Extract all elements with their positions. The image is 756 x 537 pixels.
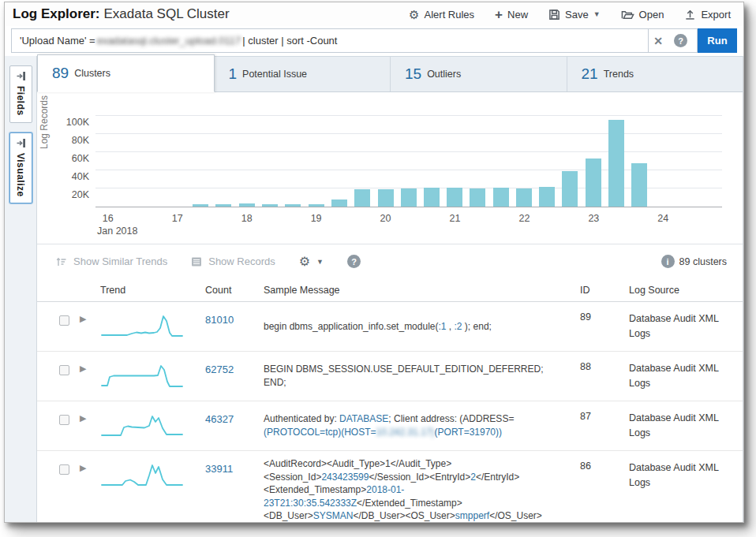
column-header-sample-message[interactable]: Sample Message [250, 278, 567, 296]
chart-bar[interactable] [401, 188, 417, 207]
gear-icon: ⚙ [409, 9, 419, 21]
row-id: 87 [567, 401, 613, 422]
expand-row-icon[interactable]: ▶ [80, 352, 100, 374]
chart-plot[interactable]: 20K40K60K80K100K16Jan 201817181920212223… [95, 103, 722, 207]
sample-message: Authenticated by: DATABASE; Client addre… [264, 412, 560, 438]
x-axis-tick: 17 [172, 213, 183, 224]
alert-rules-label: Alert Rules [425, 9, 475, 21]
log-source: Database Audit XML Logs [613, 451, 732, 490]
column-header-id[interactable]: ID [567, 278, 613, 296]
cluster-table-body: ▶ 81010 begin dbms_application_info.set_… [37, 302, 743, 522]
query-redacted-text: exadatasql.cluster_upload.0117 [97, 35, 241, 47]
log-source: Database Audit XML Logs [613, 401, 732, 441]
show-records-button[interactable]: Show Records [191, 255, 275, 267]
x-axis-tick: 19 [311, 213, 322, 224]
chart-bar[interactable] [493, 188, 509, 207]
query-bar: 'Upload Name' = exadatasql.cluster_uploa… [5, 26, 743, 56]
y-axis-tick: 60K [72, 153, 89, 164]
search-input[interactable]: 'Upload Name' = exadatasql.cluster_uploa… [11, 28, 649, 53]
chart-bar[interactable] [285, 204, 301, 207]
tab-potential-issue[interactable]: 1 Potential Issue [215, 56, 391, 91]
count-link[interactable]: 46327 [193, 401, 250, 425]
chart-bar[interactable] [424, 188, 440, 207]
tab-outliers-count: 15 [405, 65, 421, 83]
clusters-count-text: 89 clusters [679, 256, 727, 267]
export-button[interactable]: Export [684, 9, 731, 21]
fields-panel-tab[interactable]: Fields [9, 65, 32, 123]
column-header-log-source[interactable]: Log Source [613, 278, 732, 296]
expand-row-icon[interactable]: ▶ [80, 302, 100, 324]
chart-bar[interactable] [378, 189, 394, 207]
clear-query-icon[interactable]: ✕ [653, 35, 663, 47]
chart-bar[interactable] [516, 188, 532, 207]
log-explorer-window: Log Explorer:Exadata SQL Cluster ⚙ Alert… [4, 2, 744, 523]
cluster-toolbar: Show Similar Trends Show Records ⚙ ▼ ? i… [37, 244, 743, 278]
chart-bar[interactable] [239, 203, 255, 207]
chart-bar[interactable] [215, 204, 231, 207]
options-gear-button[interactable]: ⚙ ▼ [299, 255, 324, 268]
help-icon[interactable]: ? [674, 34, 687, 47]
header-expand-spacer [80, 278, 100, 285]
tab-trends-count: 21 [582, 65, 598, 83]
expand-row-icon[interactable]: ▶ [80, 451, 100, 473]
y-axis-tick: 100K [66, 117, 89, 128]
column-header-count[interactable]: Count [193, 278, 250, 296]
chart-bar[interactable] [331, 200, 347, 207]
count-link[interactable]: 62752 [193, 352, 250, 375]
row-id: 88 [567, 352, 613, 372]
column-header-trend[interactable]: Trend [100, 278, 193, 296]
tab-clusters[interactable]: 89 Clusters [37, 54, 215, 92]
row-checkbox-cell [48, 352, 80, 375]
trend-sparkline [100, 451, 193, 490]
chart-bar[interactable] [262, 204, 278, 207]
visualize-panel-tab[interactable]: Visualize [9, 132, 32, 204]
save-button[interactable]: Save ▼ [548, 9, 601, 21]
chart-bar[interactable] [631, 163, 647, 207]
tab-trends[interactable]: 21 Trends [567, 56, 743, 91]
tab-outliers[interactable]: 15 Outliers [391, 56, 567, 91]
chevron-down-icon[interactable]: ▼ [593, 10, 601, 18]
help-icon[interactable]: ? [347, 255, 361, 268]
table-row: ▶ 62752 BEGIN DBMS_SESSION.USE_DEFAULT_E… [37, 352, 743, 401]
top-header: Log Explorer:Exadata SQL Cluster ⚙ Alert… [5, 2, 743, 26]
chart-bar[interactable] [539, 187, 555, 207]
open-folder-icon [621, 9, 634, 21]
save-icon [548, 9, 560, 21]
chart-bar[interactable] [608, 120, 624, 207]
records-list-icon [191, 256, 202, 267]
row-checkbox[interactable] [59, 415, 69, 425]
alert-rules-button[interactable]: ⚙ Alert Rules [409, 9, 474, 21]
tab-clusters-count: 89 [52, 65, 69, 82]
side-panel-gutter: Fields Visualize [5, 56, 36, 522]
x-axis-tick: 22 [518, 213, 530, 224]
row-id: 86 [567, 451, 613, 472]
expand-row-icon[interactable]: ▶ [80, 401, 100, 423]
new-button[interactable]: + New [495, 8, 528, 21]
row-checkbox[interactable] [59, 365, 69, 375]
tab-potential-issue-count: 1 [229, 65, 238, 83]
log-source: Database Audit XML Logs [613, 302, 732, 341]
query-bar-icons: ✕ ? [649, 28, 698, 53]
chart-bar[interactable] [354, 189, 370, 207]
chart-bar[interactable] [309, 204, 324, 207]
count-link[interactable]: 81010 [193, 302, 250, 326]
chart-bar[interactable] [470, 188, 485, 207]
x-axis-tick: 16 [103, 213, 114, 224]
open-button[interactable]: Open [621, 9, 664, 21]
chart-bar[interactable] [586, 158, 601, 207]
sample-message: BEGIN DBMS_SESSION.USE_DEFAULT_EDITION_D… [264, 363, 560, 389]
show-similar-trends-button[interactable]: Show Similar Trends [56, 255, 167, 267]
expand-panel-icon [16, 138, 26, 148]
sample-message-cell: BEGIN DBMS_SESSION.USE_DEFAULT_EDITION_D… [250, 352, 567, 401]
chart-bar[interactable] [562, 171, 578, 207]
save-label: Save [565, 9, 589, 21]
x-axis-caption: Jan 2018 [97, 226, 137, 237]
table-row: ▶ 46327 Authenticated by: DATABASE; Clie… [37, 401, 743, 451]
chart-bar[interactable] [447, 188, 462, 207]
chart-bar[interactable] [193, 204, 208, 207]
run-button[interactable]: Run [698, 28, 737, 53]
row-checkbox[interactable] [59, 464, 69, 475]
tab-outliers-label: Outliers [427, 69, 461, 80]
row-checkbox[interactable] [59, 315, 69, 326]
count-link[interactable]: 33911 [193, 451, 250, 475]
